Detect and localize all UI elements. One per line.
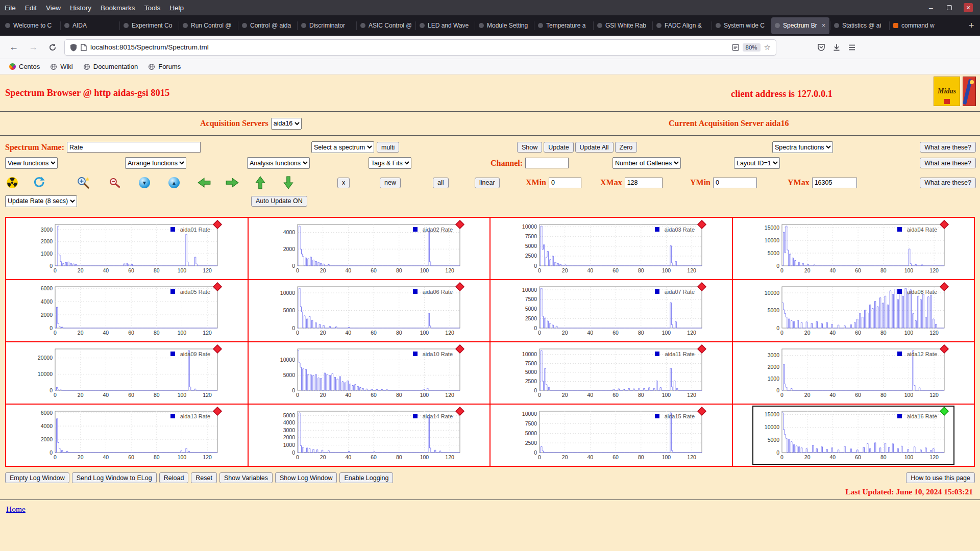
layout-id-dropdown[interactable]: Layout ID=1	[734, 157, 780, 169]
refresh-icon[interactable]	[33, 172, 46, 193]
spectrum-cell-aida06[interactable]: 0204060801001200500010000aida06 Rate	[248, 280, 491, 342]
spectrum-chart-aida09[interactable]: 02040608010012001000020000aida09 Rate	[26, 343, 228, 403]
tab-spectrum-br[interactable]: Spectrum Br×	[771, 17, 829, 34]
xmax-input[interactable]	[625, 178, 663, 188]
tab-run-control[interactable]: Run Control @	[179, 17, 237, 34]
zoom-in-icon[interactable]	[77, 172, 90, 193]
show-button[interactable]: Show	[517, 142, 542, 153]
menu-bookmarks[interactable]: Bookmarks	[96, 2, 140, 14]
show-log-window-button[interactable]: Show Log Window	[275, 472, 337, 483]
bookmark-documentation[interactable]: Documentation	[79, 61, 142, 72]
move-left-icon[interactable]	[197, 172, 211, 193]
menu-history[interactable]: History	[65, 2, 96, 14]
spectrum-chart-aida12[interactable]: 0204060801001200100020003000aida12 Rate	[752, 343, 954, 403]
tab-gsi-white-rab[interactable]: GSI White Rab	[594, 17, 652, 34]
forward-button[interactable]: →	[26, 40, 41, 55]
spectrum-chart-aida11[interactable]: 020406080100120025005000750010000aida11 …	[510, 343, 712, 403]
back-button[interactable]: ←	[6, 40, 21, 55]
zoom-level-badge[interactable]: 80%	[743, 43, 761, 52]
tab-system-wide-c[interactable]: System wide C	[712, 17, 770, 34]
update-rate-dropdown[interactable]: Update Rate (8 secs)	[5, 195, 77, 207]
spectrum-cell-aida16[interactable]: 020406080100120050001000015000aida16 Rat…	[732, 404, 975, 466]
scale-down-icon[interactable]: ▼	[139, 177, 150, 188]
spectrum-chart-aida10[interactable]: 0204060801001200500010000aida10 Rate	[268, 343, 470, 403]
move-up-icon[interactable]	[255, 172, 265, 193]
update-all-button[interactable]: Update All	[575, 142, 614, 153]
number-of-galleries-dropdown[interactable]: Number of Galleries	[612, 157, 681, 169]
update-button[interactable]: Update	[544, 142, 573, 153]
tab-statistics-ai[interactable]: Statistics @ ai	[830, 17, 889, 34]
spectrum-chart-aida04[interactable]: 020406080100120050001000015000aida04 Rat…	[752, 219, 954, 278]
tab-fadc-align[interactable]: FADC Align &	[653, 17, 711, 34]
tab-welcome-to-c[interactable]: Welcome to C	[2, 17, 60, 34]
downloads-icon[interactable]	[832, 43, 841, 52]
spectrum-cell-aida08[interactable]: 0204060801001200500010000aida08 Rate	[732, 280, 975, 342]
acquisition-server-select[interactable]: aida16	[271, 118, 302, 130]
scale-up-icon[interactable]: ▲	[168, 177, 180, 188]
linear-button[interactable]: linear	[475, 178, 500, 188]
spectrum-chart-aida01[interactable]: 0204060801001200100020003000aida01 Rate	[26, 219, 228, 278]
move-right-icon[interactable]	[225, 172, 239, 193]
tab-led-and-wave[interactable]: LED and Wave	[416, 17, 474, 34]
reader-view-icon[interactable]	[732, 44, 739, 51]
send-log-window-to-elog-button[interactable]: Send Log Window to ELog	[72, 472, 157, 483]
menu-help[interactable]: Help	[165, 2, 188, 14]
spectrum-cell-aida13[interactable]: 0204060801001200200040006000aida13 Rate	[6, 404, 248, 466]
tab-control-aida[interactable]: Control @ aida	[238, 17, 297, 34]
spectrum-cell-aida12[interactable]: 0204060801001200100020003000aida12 Rate	[732, 342, 975, 404]
tab-asic-control[interactable]: ASIC Control @	[357, 17, 415, 34]
spectrum-name-input[interactable]	[67, 142, 201, 153]
spectrum-chart-aida15[interactable]: 020406080100120025005000750010000aida15 …	[510, 406, 712, 465]
maximize-icon[interactable]	[945, 4, 953, 12]
bookmark-star-icon[interactable]: ☆	[764, 43, 771, 52]
reload-button[interactable]	[45, 40, 60, 55]
spectrum-cell-aida07[interactable]: 020406080100120025005000750010000aida07 …	[490, 280, 732, 342]
auto-update-button[interactable]: Auto Update ON	[251, 196, 307, 207]
pocket-icon[interactable]	[817, 43, 825, 52]
spectrum-chart-aida06[interactable]: 0204060801001200500010000aida06 Rate	[268, 281, 470, 340]
spectrum-cell-aida11[interactable]: 020406080100120025005000750010000aida11 …	[490, 342, 732, 404]
bookmark-forums[interactable]: Forums	[144, 61, 185, 72]
spectrum-cell-aida05[interactable]: 0204060801001200200040006000aida05 Rate	[6, 280, 248, 342]
xmin-input[interactable]	[549, 178, 581, 188]
spectra-functions-dropdown[interactable]: Spectra functions	[772, 141, 833, 153]
x-button[interactable]: x	[337, 178, 350, 188]
zoom-out-icon[interactable]	[108, 172, 120, 193]
arrange-functions-dropdown[interactable]: Arrange functions	[125, 157, 186, 169]
show-variables-button[interactable]: Show Variables	[219, 472, 273, 483]
home-link[interactable]: Home	[6, 505, 26, 513]
spectrum-chart-aida14[interactable]: 020406080100120010002000300040005000aida…	[268, 406, 470, 465]
spectrum-cell-aida02[interactable]: 020406080100120020004000aida02 Rate	[248, 217, 491, 280]
new-tab-button[interactable]: +	[964, 18, 979, 33]
menu-icon[interactable]	[848, 43, 856, 52]
menu-view[interactable]: View	[41, 2, 65, 14]
analysis-functions-dropdown[interactable]: Analysis functions	[247, 157, 310, 169]
spectrum-chart-aida05[interactable]: 0204060801001200200040006000aida05 Rate	[26, 281, 228, 340]
channel-input[interactable]	[525, 158, 569, 168]
empty-log-window-button[interactable]: Empty Log Window	[5, 472, 69, 483]
zero-button[interactable]: Zero	[615, 142, 638, 153]
menu-edit[interactable]: Edit	[20, 2, 41, 14]
spectrum-chart-aida02[interactable]: 020406080100120020004000aida02 Rate	[268, 219, 470, 278]
spectrum-cell-aida15[interactable]: 020406080100120025005000750010000aida15 …	[490, 404, 732, 466]
spectrum-cell-aida14[interactable]: 020406080100120010002000300040005000aida…	[248, 404, 491, 466]
what-are-these-button[interactable]: What are these?	[920, 158, 976, 168]
spectrum-cell-aida09[interactable]: 02040608010012001000020000aida09 Rate	[6, 342, 248, 404]
spectrum-chart-aida08[interactable]: 0204060801001200500010000aida08 Rate	[752, 281, 954, 340]
close-icon[interactable]: ×	[964, 3, 973, 12]
tags-fits-dropdown[interactable]: Tags & Fits	[369, 157, 411, 169]
tab-command-w[interactable]: command w	[890, 17, 948, 34]
what-are-these-button[interactable]: What are these?	[920, 178, 976, 188]
spectrum-cell-aida10[interactable]: 0204060801001200500010000aida10 Rate	[248, 342, 491, 404]
tab-aida[interactable]: AIDA	[61, 17, 119, 34]
enable-logging-button[interactable]: Enable Logging	[339, 472, 393, 483]
spectrum-chart-aida07[interactable]: 020406080100120025005000750010000aida07 …	[510, 281, 712, 340]
bookmark-centos[interactable]: Centos	[5, 61, 44, 72]
minimize-icon[interactable]: –	[927, 4, 935, 12]
menu-file[interactable]: File	[0, 2, 20, 14]
spectrum-chart-aida13[interactable]: 0204060801001200200040006000aida13 Rate	[26, 406, 228, 465]
spectrum-cell-aida01[interactable]: 0204060801001200100020003000aida01 Rate	[6, 217, 248, 280]
tab-module-setting[interactable]: Module Setting	[475, 17, 533, 34]
how-to-use-button[interactable]: How to use this page	[906, 472, 975, 483]
tab-experiment-co[interactable]: Experiment Co	[120, 17, 178, 34]
